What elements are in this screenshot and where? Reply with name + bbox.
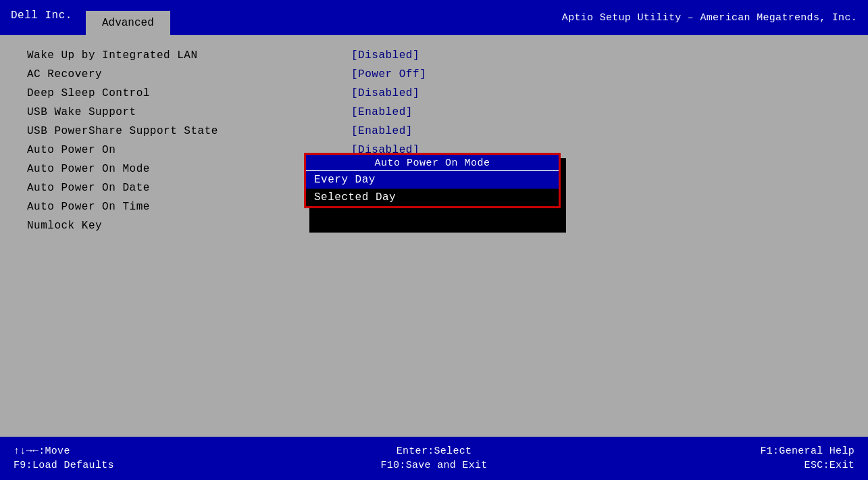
setting-label: Wake Up by Integrated LAN	[27, 47, 351, 64]
setting-row: AC Recovery[Power Off]	[27, 65, 841, 84]
dropdown-popup[interactable]: Auto Power On Mode Every Day Selected Da…	[304, 153, 561, 208]
footer-esc-exit: ESC:Exit	[805, 460, 854, 471]
footer-enter-select: Enter:Select	[397, 446, 472, 457]
bios-header: Dell Inc. Advanced Aptio Setup Utility –…	[0, 0, 868, 35]
setting-value[interactable]: [Enabled]	[351, 104, 413, 120]
utility-title: Aptio Setup Utility – American Megatrend…	[562, 12, 857, 24]
setting-value[interactable]: [Power Off]	[351, 66, 426, 82]
setting-value[interactable]: [Disabled]	[351, 85, 419, 101]
footer-load-defaults: F9:Load Defaults	[14, 460, 294, 471]
footer-right: F1:General Help ESC:Exit	[574, 446, 854, 471]
setting-label: Auto Power On Date	[27, 180, 351, 196]
footer-move: ↑↓→←:Move	[14, 446, 294, 457]
setting-value[interactable]: [Enabled]	[351, 123, 413, 139]
setting-label: Auto Power On Mode	[27, 161, 351, 177]
setting-row: Deep Sleep Control[Disabled]	[27, 84, 841, 103]
dropdown-title: Auto Power On Mode	[306, 155, 559, 171]
setting-label: USB PowerShare Support State	[27, 123, 351, 139]
dropdown-item-selectedday[interactable]: Selected Day	[306, 189, 559, 206]
bios-footer: ↑↓→←:Move F9:Load Defaults Enter:Select …	[0, 437, 868, 480]
dropdown-box[interactable]: Auto Power On Mode Every Day Selected Da…	[304, 153, 561, 208]
vendor-label: Dell Inc.	[0, 0, 83, 35]
dropdown-item-everyday[interactable]: Every Day	[306, 171, 559, 189]
setting-value[interactable]: [Disabled]	[351, 47, 419, 64]
setting-row: USB Wake Support[Enabled]	[27, 103, 841, 122]
footer-left: ↑↓→←:Move F9:Load Defaults	[14, 446, 294, 471]
setting-label: Auto Power On	[27, 142, 351, 158]
setting-label: USB Wake Support	[27, 104, 351, 120]
footer-center: Enter:Select F10:Save and Exit	[294, 446, 574, 471]
setting-label: Deep Sleep Control	[27, 85, 351, 101]
footer-save-exit: F10:Save and Exit	[380, 460, 487, 471]
setting-row: USB PowerShare Support State[Enabled]	[27, 122, 841, 141]
main-content: Wake Up by Integrated LAN[Disabled]AC Re…	[0, 35, 868, 437]
tab-advanced[interactable]: Advanced	[86, 11, 170, 35]
setting-label: Numlock Key	[27, 218, 351, 234]
setting-label: Auto Power On Time	[27, 199, 351, 215]
footer-general-help: F1:General Help	[760, 446, 854, 457]
setting-row: Wake Up by Integrated LAN[Disabled]	[27, 46, 841, 65]
setting-label: AC Recovery	[27, 66, 351, 82]
